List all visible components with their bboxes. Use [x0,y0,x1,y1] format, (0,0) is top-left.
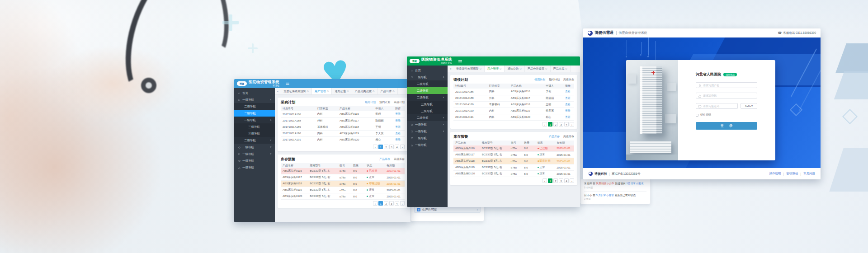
sidebar-item[interactable]: 三级导航 [234,123,275,130]
page-button[interactable]: 1 [378,145,383,149]
sidebar-item[interactable]: 二级导航 [407,87,448,94]
sidebar-item[interactable]: 二级导航∨ [234,137,275,144]
tab-close-icon[interactable]: ⊙ [565,67,567,70]
tab-active[interactable]: 用户管理⊙ [485,66,505,72]
view-link[interactable]: 查看 [565,109,571,112]
page-button[interactable]: 2 [384,145,388,149]
sidebar-item[interactable]: 二级导航∧ [234,117,275,123]
sidebar-item[interactable]: 三级导航 [234,130,275,137]
view-link[interactable]: 查看 [395,138,401,141]
view-link[interactable]: 查看 [565,116,571,118]
card-header-link[interactable]: 高值库存 [394,157,405,161]
page-button[interactable]: 3 [559,122,563,126]
collapse-tabs-icon[interactable]: « [275,88,281,94]
feed-link[interactable]: 凤凰精英小分队 [596,182,614,185]
captcha-question[interactable]: 6+8=? [741,103,757,109]
card-header-link[interactable]: 产品库存 [379,157,390,161]
password-input[interactable] [696,93,757,98]
feed-link[interactable]: 5月日常小需求 [626,182,643,185]
tab-close-icon[interactable]: ⊙ [327,90,329,93]
tab-item[interactable]: 产品分类设置⊙ [352,88,378,94]
hamburger-icon[interactable] [286,83,289,85]
footer-link[interactable]: 密钥驱动 [786,172,798,176]
sidebar-item[interactable]: 三级导航 [407,101,448,108]
page-prev-button[interactable]: ‹ [373,145,377,149]
tab-close-icon[interactable]: ⊙ [519,67,522,70]
sidebar-item[interactable]: 二级导航∨ [407,114,448,121]
tab-close-icon[interactable]: ⊙ [307,90,309,93]
license-row[interactable]: ≡ 生产许可证 › [414,206,481,213]
page-button[interactable]: 4 [395,201,399,206]
tab-close-icon[interactable]: ⊙ [373,90,375,93]
tab-item[interactable]: 通知公告⊙ [332,88,352,94]
sidebar-item[interactable]: 二级导航∧ [407,94,448,101]
view-link[interactable]: 查看 [565,97,571,99]
view-link[interactable]: 查看 [395,119,401,122]
page-button[interactable]: 4 [564,122,569,126]
password-field[interactable] [696,93,757,98]
chevron-right-icon[interactable]: › [477,208,478,211]
captcha-input[interactable] [696,103,737,108]
username-field[interactable] [696,82,757,88]
card-header-link[interactable]: 预约计划 [379,100,390,104]
sidebar-item[interactable]: ◇一级导航∨ [234,144,275,150]
card-header-link[interactable]: 高值计划 [394,100,405,104]
login-button[interactable]: 登 录 [696,122,757,130]
tab-item[interactable]: 产品出库⊙ [551,66,571,72]
tab-item[interactable]: 资质证件效期预警⊙ [281,88,312,94]
sidebar-item[interactable]: ⊙一级导航 [234,157,275,164]
sidebar-item[interactable]: ⌂首页 [407,67,448,74]
sidebar-item[interactable]: □一级导航∨ [234,150,275,157]
remember-checkbox[interactable] [696,114,698,117]
card-header-link[interactable]: 高值计划 [563,78,574,82]
sidebar-item[interactable]: △一级导航 [407,141,448,148]
username-input[interactable] [696,83,757,88]
page-button[interactable]: 4 [395,145,399,149]
page-next-button[interactable]: › [570,122,574,126]
page-next-button[interactable]: › [400,145,405,149]
page-next-button[interactable]: › [400,201,405,206]
tab-close-icon[interactable]: ⊙ [545,67,547,70]
page-button[interactable]: 4 [564,178,569,183]
card-header-link[interactable]: 领用计划 [365,100,376,104]
page-button[interactable]: 3 [559,178,563,183]
captcha-field[interactable] [696,103,738,109]
hamburger-icon[interactable] [458,60,462,62]
card-header-link[interactable]: 领用计划 [534,78,545,82]
sidebar-item[interactable]: ⊙一级导航 [407,135,448,141]
sidebar-item[interactable]: 二级导航 [234,110,275,117]
page-prev-button[interactable]: ‹ [542,122,547,126]
sidebar-item[interactable]: △一级导航 [234,164,275,171]
page-button[interactable]: 2 [553,122,558,126]
view-link[interactable]: 查看 [565,90,571,93]
page-prev-button[interactable]: ‹ [542,178,547,183]
feed-link[interactable]: 5 月日常小需求 [596,194,614,197]
sidebar-item[interactable]: 二级导航 [407,80,448,87]
page-button[interactable]: 2 [384,201,388,206]
view-link[interactable]: 查看 [395,112,401,115]
page-button[interactable]: 1 [548,178,552,183]
tab-close-icon[interactable]: ⊙ [392,90,395,93]
tab-close-icon[interactable]: ⊙ [480,67,482,70]
collapse-tabs-icon[interactable]: « [448,66,453,72]
page-button[interactable]: 2 [553,178,558,183]
footer-link[interactable]: 操作说明 [769,172,781,176]
tab-item[interactable]: 通知公告⊙ [505,66,524,72]
card-header-link[interactable]: 预约计划 [549,78,560,82]
sidebar-item[interactable]: 二级导航 [234,103,275,110]
card-header-link[interactable]: 产品库存 [549,135,560,139]
view-link[interactable]: 查看 [395,132,401,135]
footer-link[interactable]: 常见问题 [803,172,815,176]
tab-close-icon[interactable]: ⊙ [500,67,502,70]
page-button[interactable]: 1 [378,201,383,206]
tab-active[interactable]: 用户管理⊙ [312,88,332,94]
tab-close-icon[interactable]: ⊙ [347,90,349,93]
page-button[interactable]: 3 [389,201,394,206]
page-button[interactable]: 3 [389,145,394,149]
sidebar-item[interactable]: □一级导航∧ [407,74,448,80]
tab-item[interactable]: 资质证件效期预警⊙ [453,66,485,72]
sidebar-item[interactable]: □一级导航∨ [407,128,448,135]
tab-item[interactable]: 产品分类设置⊙ [525,66,551,72]
view-link[interactable]: 查看 [395,126,401,128]
page-next-button[interactable]: › [570,178,574,183]
